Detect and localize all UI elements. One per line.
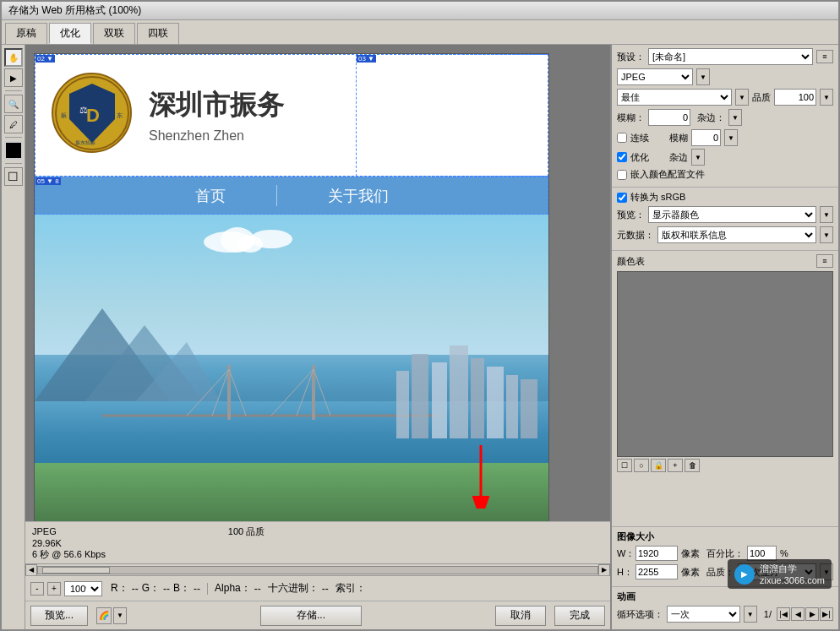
toggle-view[interactable]: ☐ — [4, 167, 23, 186]
svg-rect-21 — [412, 354, 428, 438]
color-swatch-area — [617, 271, 833, 457]
tab-original[interactable]: 原稿 — [5, 23, 47, 44]
h-scrollbar[interactable]: ◀ ▶ — [25, 563, 610, 575]
watermark: ▶ 溜溜自学 zixue.3066.com — [728, 559, 832, 589]
website-logo: D ⚖ 振 东 振东招标 — [52, 73, 136, 157]
matte-label: 杂边： — [697, 112, 725, 124]
website-main-image — [35, 215, 548, 521]
map-to-transparency-btn[interactable]: ☐ — [617, 459, 632, 472]
blur-label: 模糊： — [617, 112, 645, 124]
svg-line-17 — [271, 369, 314, 416]
h-scroll-thumb[interactable] — [42, 567, 110, 574]
g-label: G： — [142, 581, 160, 596]
blur-input2[interactable] — [691, 129, 721, 146]
metadata-label: 元数据： — [617, 229, 654, 242]
format-dropdown-btn[interactable]: ▼ — [696, 68, 710, 85]
animation-label: 动画 — [617, 590, 833, 603]
h-scroll-track[interactable] — [37, 566, 598, 574]
h-label: H： — [617, 566, 632, 579]
color-picker-btn[interactable]: 🌈 — [96, 607, 112, 624]
height-input[interactable] — [635, 564, 678, 579]
tab-optimize[interactable]: 优化 — [49, 23, 91, 44]
image-preview-area[interactable]: 02 ▼ 03 ▼ — [25, 45, 610, 521]
content-area: ✋ ▶ 🔍 🖊 ☐ 02 ▼ — [2, 45, 838, 629]
buildings-svg — [388, 337, 540, 438]
format-value: JPEG — [32, 526, 57, 536]
left-toolbar: ✋ ▶ 🔍 🖊 ☐ — [2, 45, 25, 629]
svg-rect-23 — [450, 345, 468, 438]
lock-color-btn[interactable]: 🔒 — [651, 459, 666, 472]
anim-first-btn[interactable]: |◀ — [777, 607, 790, 621]
quality-input[interactable] — [774, 89, 816, 106]
preset-section: 预设： [未命名] ≡ JPEG ▼ 最佳 — [612, 45, 838, 188]
format-select[interactable]: JPEG — [617, 68, 693, 85]
metadata-select[interactable]: 版权和联系信息 — [657, 226, 816, 243]
preview-dropdown-btn[interactable]: ▼ — [820, 206, 833, 223]
svg-rect-27 — [521, 379, 537, 438]
preset-select[interactable]: [未命名] — [648, 48, 813, 65]
done-btn[interactable]: 完成 — [554, 606, 605, 626]
quality-input-dropdown[interactable]: ▼ — [820, 89, 833, 106]
website-title-en: Shenzhen Zhen — [149, 128, 284, 144]
cancel-btn[interactable]: 取消 — [495, 606, 546, 626]
blur-dropdown2[interactable]: ▼ — [724, 129, 738, 146]
embed-color-checkbox[interactable] — [617, 170, 627, 180]
watermark-text: 溜溜自学 zixue.3066.com — [760, 563, 825, 585]
quality-select[interactable]: 最佳 — [617, 89, 732, 106]
anim-play-btn[interactable]: ▶ — [805, 607, 819, 621]
eyedropper-tool[interactable]: 🖊 — [4, 115, 23, 133]
watermark-logo: ▶ — [734, 564, 755, 585]
tab-quad[interactable]: 四联 — [137, 23, 179, 44]
progressive-checkbox[interactable] — [617, 133, 627, 143]
anim-prev-btn[interactable]: ◀ — [791, 607, 805, 621]
zoom-in-btn[interactable]: + — [47, 582, 61, 596]
svg-rect-20 — [396, 371, 409, 438]
matte-dropdown2[interactable]: ▼ — [691, 149, 705, 166]
save-btn[interactable]: 存储... — [260, 606, 362, 626]
matte-dropdown[interactable]: ▼ — [728, 109, 742, 126]
loadtime-label: 6 秒 @ 56.6 Kbps — [32, 548, 603, 561]
anim-next-btn[interactable]: ▶| — [820, 607, 833, 621]
hand-tool[interactable]: ✋ — [4, 48, 23, 67]
scroll-right-btn[interactable]: ▶ — [598, 564, 610, 576]
status-div-1 — [207, 583, 208, 595]
right-panel: 预设： [未命名] ≡ JPEG ▼ 最佳 — [610, 45, 838, 629]
zoom-select[interactable]: 100% 50% 200% — [64, 581, 102, 596]
preview-select[interactable]: 显示器颜色 — [648, 206, 816, 223]
zoom-tool[interactable]: 🔍 — [4, 95, 23, 113]
app-window: 存储为 Web 所用格式 (100%) 原稿 优化 双联 四联 ✋ ▶ 🔍 🖊 — [0, 0, 840, 631]
svg-text:振: 振 — [61, 112, 67, 118]
scroll-left-btn[interactable]: ◀ — [25, 564, 37, 576]
quality-dropdown-btn[interactable]: ▼ — [735, 89, 749, 106]
convert-checkbox[interactable] — [617, 193, 627, 203]
tab-double[interactable]: 双联 — [93, 23, 135, 44]
svg-line-15 — [212, 369, 229, 416]
delete-color-btn[interactable]: 🗑 — [685, 459, 700, 472]
preview-btn[interactable]: 预览... — [30, 606, 88, 626]
new-color-btn[interactable]: + — [668, 459, 683, 472]
hex-value: -- — [322, 583, 329, 595]
bottom-action-bar: 预览... 🌈 ▼ 存储... 取消 完成 — [25, 601, 610, 629]
preview-label: 预览： — [617, 209, 645, 221]
svg-line-16 — [229, 369, 246, 416]
loop-select[interactable]: 一次 — [667, 606, 740, 623]
preview-options-btn[interactable]: ▼ — [113, 607, 127, 624]
index-label: 索引： — [335, 581, 366, 596]
web-safe-btn[interactable]: ○ — [634, 459, 649, 472]
loop-dropdown[interactable]: ▼ — [744, 606, 757, 623]
zoom-out-btn[interactable]: - — [30, 582, 44, 596]
metadata-dropdown-btn[interactable]: ▼ — [820, 226, 833, 243]
svg-line-18 — [297, 369, 314, 416]
color-table-section: 颜色表 ≡ ☐ ○ 🔒 + 🗑 — [612, 251, 838, 526]
blur-input[interactable] — [648, 109, 690, 126]
preset-menu-btn[interactable]: ≡ — [816, 50, 833, 63]
color-table-menu-btn[interactable]: ≡ — [816, 254, 833, 268]
slice-select-tool[interactable]: ▶ — [4, 68, 23, 87]
color-swatch[interactable] — [4, 141, 23, 160]
progressive-row: 连续 模糊 ▼ — [617, 129, 833, 146]
optimize-checkbox[interactable] — [617, 152, 627, 162]
width-input[interactable] — [635, 546, 678, 561]
optimize-label: 优化 — [630, 151, 649, 164]
quality-display: 100 品质 — [228, 526, 265, 536]
hex-label: 十六进制： — [268, 581, 319, 596]
